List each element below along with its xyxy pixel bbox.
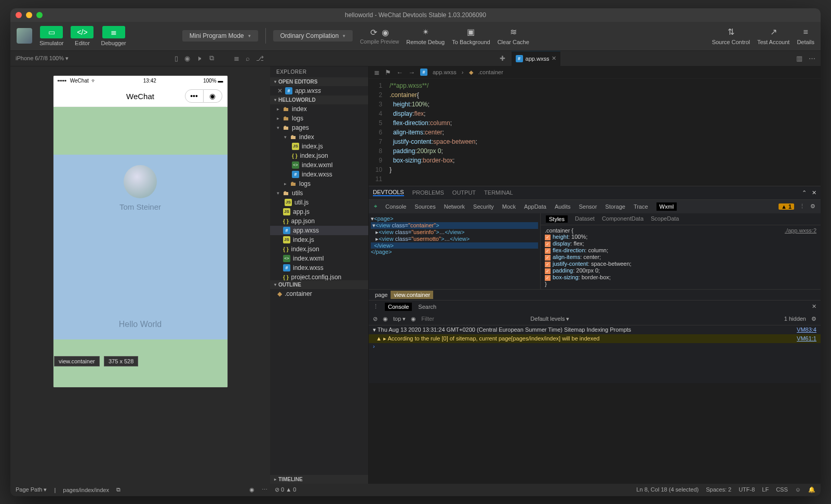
- live-eye-icon[interactable]: ◉: [411, 316, 416, 322]
- file-root-index-wxml[interactable]: index.wxml: [270, 254, 368, 263]
- source-control-button[interactable]: ⇅Source Control: [712, 27, 750, 45]
- compilation-dropdown[interactable]: Ordinary Compilation: [273, 30, 353, 42]
- file-root-index-json[interactable]: index.json: [270, 244, 368, 254]
- levels-dropdown[interactable]: Default levels ▾: [530, 316, 569, 322]
- scopedata-tab[interactable]: ScopeData: [651, 215, 679, 223]
- file-app-js[interactable]: app.js: [270, 207, 368, 216]
- bell-icon[interactable]: 🔔: [808, 486, 815, 493]
- back-icon[interactable]: ←: [396, 69, 403, 76]
- page-path-value[interactable]: pages/index/index: [63, 487, 109, 493]
- feedback-icon[interactable]: ☺: [795, 486, 801, 493]
- file-root-index-wxss[interactable]: index.wxss: [270, 263, 368, 273]
- open-editor-item[interactable]: ✕app.wxss: [270, 86, 368, 96]
- window-maximize-button[interactable]: [36, 12, 43, 18]
- componentdata-tab[interactable]: ComponentData: [602, 215, 644, 223]
- bookmark-icon[interactable]: ⚑: [385, 69, 391, 76]
- editor-toggle[interactable]: </>Editor: [71, 26, 93, 46]
- file-index-wxss[interactable]: index.wxss: [270, 170, 368, 179]
- more-icon[interactable]: ⋯: [262, 486, 267, 493]
- console-prompt[interactable]: ›: [369, 343, 821, 349]
- capsule-close-button[interactable]: ◉: [204, 89, 222, 103]
- window-close-button[interactable]: [16, 12, 22, 18]
- subtab-appdata[interactable]: AppData: [524, 203, 546, 210]
- user-avatar[interactable]: [17, 28, 32, 44]
- console-source-link[interactable]: VM61:1: [797, 335, 816, 342]
- console-source-link[interactable]: VM83:4: [797, 326, 816, 333]
- subtab-mock[interactable]: Mock: [502, 203, 516, 210]
- new-file-icon[interactable]: ✚: [500, 55, 505, 62]
- subtab-network[interactable]: Network: [444, 203, 465, 210]
- copy-icon[interactable]: ⧉: [116, 486, 120, 493]
- gear-icon[interactable]: ⚙: [811, 316, 816, 322]
- more-icon[interactable]: ⋮: [799, 203, 805, 210]
- wxml-tree[interactable]: ▾<page> ▾<view class="container"> ▸<view…: [369, 213, 540, 289]
- git-icon[interactable]: ⎇: [256, 55, 264, 62]
- cursor-position[interactable]: Ln 8, Col 18 (4 selected): [636, 486, 699, 493]
- project-section[interactable]: HELLOWORLD: [270, 96, 368, 104]
- file-project-config[interactable]: project.config.json: [270, 273, 368, 281]
- more-icon[interactable]: ⋮: [373, 303, 379, 310]
- settings-icon[interactable]: ⚙: [810, 203, 815, 210]
- css-source-link[interactable]: ./app.wxss:2: [785, 227, 816, 234]
- timeline-section[interactable]: TIMELINE: [270, 475, 368, 484]
- details-button[interactable]: ≡Details: [797, 27, 814, 45]
- context-eye-icon[interactable]: ◉: [383, 316, 388, 322]
- bc-page[interactable]: page: [372, 291, 391, 299]
- console-output[interactable]: ▾ Thu Aug 13 2020 13:31:24 GMT+0200 (Cen…: [369, 325, 821, 383]
- language-status[interactable]: CSS: [776, 486, 788, 493]
- subtab-sensor[interactable]: Sensor: [579, 203, 597, 210]
- forward-icon[interactable]: →: [408, 69, 415, 76]
- outline-section[interactable]: OUTLINE: [270, 280, 368, 289]
- close-drawer-icon[interactable]: ✕: [812, 303, 816, 310]
- capsule-menu-button[interactable]: •••: [185, 89, 204, 103]
- subtab-trace[interactable]: Trace: [634, 203, 648, 210]
- background-button[interactable]: ▣To Background: [452, 27, 490, 45]
- inspect-icon[interactable]: ⌖: [374, 203, 377, 210]
- outline-item[interactable]: ◆.container: [270, 289, 368, 298]
- simulator-toggle[interactable]: ▭Simulator: [39, 26, 63, 46]
- chevron-up-icon[interactable]: ⌃: [802, 189, 807, 196]
- folder-pages-logs[interactable]: ▸🖿logs: [270, 179, 368, 188]
- breadcrumb-symbol[interactable]: .container: [478, 69, 503, 75]
- subtab-storage[interactable]: Storage: [605, 203, 625, 210]
- styles-tab[interactable]: Styles: [546, 215, 568, 223]
- console-tab[interactable]: Console: [385, 303, 412, 311]
- rotate-icon[interactable]: ⧉: [209, 54, 214, 62]
- indent-status[interactable]: Spaces: 2: [706, 486, 731, 493]
- folder-pages[interactable]: ▾🖿pages: [270, 123, 368, 132]
- phone-preview[interactable]: ••••• WeChat ᯤ 13:42 100% ▬ WeChat ••• ◉: [53, 76, 227, 387]
- subtab-sources[interactable]: Sources: [414, 203, 435, 210]
- page-path-label[interactable]: Page Path ▾: [16, 486, 47, 493]
- bc-view-container[interactable]: view.container: [391, 291, 433, 299]
- breadcrumb-file[interactable]: app.wxss: [433, 69, 457, 75]
- more-icon[interactable]: ⋯: [809, 55, 815, 62]
- subtab-security[interactable]: Security: [473, 203, 494, 210]
- tab-terminal[interactable]: TERMINAL: [484, 189, 513, 196]
- clear-console-icon[interactable]: ⊘: [373, 316, 378, 322]
- file-index-wxml[interactable]: index.wxml: [270, 160, 368, 170]
- window-minimize-button[interactable]: [26, 12, 32, 18]
- device-icon[interactable]: ▯: [175, 55, 178, 62]
- tab-output[interactable]: OUTPUT: [452, 189, 476, 196]
- editor-tab-appwxss[interactable]: app.wxss ✕: [512, 51, 561, 66]
- user-avatar-image[interactable]: [124, 165, 157, 198]
- close-panel-icon[interactable]: ✕: [812, 189, 816, 196]
- tab-problems[interactable]: PROBLEMS: [412, 189, 444, 196]
- split-icon[interactable]: ▥: [796, 55, 802, 62]
- close-tab-icon[interactable]: ✕: [552, 55, 556, 62]
- test-account-button[interactable]: ↗Test Account: [757, 27, 789, 45]
- console-filter-input[interactable]: [421, 316, 525, 322]
- eol-status[interactable]: LF: [762, 486, 769, 493]
- context-dropdown[interactable]: top ▾: [393, 316, 406, 322]
- explorer-icon[interactable]: ≣: [234, 55, 239, 62]
- compile-button[interactable]: ⟳ ◉Compile Preview: [360, 27, 399, 45]
- folder-logs[interactable]: ▸🖿logs: [270, 114, 368, 123]
- subtab-audits[interactable]: Audits: [555, 203, 571, 210]
- subtab-wxml[interactable]: Wxml: [656, 202, 677, 211]
- eye-icon[interactable]: ◉: [249, 486, 254, 493]
- css-rules[interactable]: ./app.wxss:2 .container { height: 100%; …: [541, 225, 821, 289]
- file-index-json[interactable]: index.json: [270, 151, 368, 160]
- encoding-status[interactable]: UTF-8: [739, 486, 755, 493]
- tab-devtools[interactable]: DEVTOOLS: [373, 189, 404, 196]
- subtab-console[interactable]: Console: [385, 203, 406, 210]
